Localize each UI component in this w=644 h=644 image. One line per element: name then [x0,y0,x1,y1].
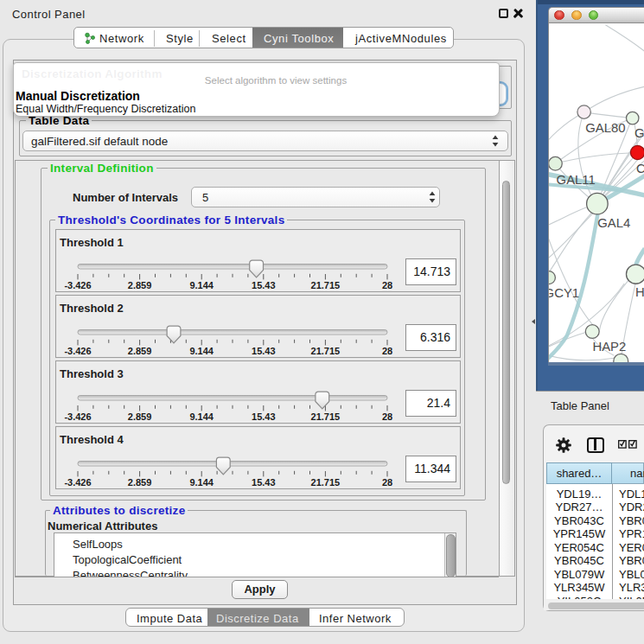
svg-text:GAL4: GAL4 [597,216,630,230]
svg-text:-3.426: -3.426 [64,411,91,422]
svg-text:GAL80: GAL80 [585,121,625,135]
svg-text:9.144: 9.144 [189,477,214,488]
svg-text:21.715: 21.715 [311,346,341,356]
svg-text:GCY1: GCY1 [548,286,579,300]
svg-text:15.43: 15.43 [252,346,276,356]
svg-text:H: H [635,285,644,299]
svg-text:-3.426: -3.426 [64,477,91,488]
svg-text:2.859: 2.859 [128,477,152,488]
svg-text:28: 28 [382,477,392,488]
svg-text:9.144: 9.144 [189,411,214,422]
svg-text:15.43: 15.43 [252,280,276,290]
svg-text:-3.426: -3.426 [64,346,91,356]
svg-text:GAL11: GAL11 [557,173,596,187]
svg-text:21.715: 21.715 [311,477,341,488]
svg-text:21.715: 21.715 [311,411,341,422]
svg-text:2.859: 2.859 [128,411,152,422]
svg-text:15.43: 15.43 [252,411,276,422]
svg-text:2.859: 2.859 [128,346,152,356]
svg-text:G.: G. [634,126,644,140]
svg-text:2.859: 2.859 [128,280,152,290]
svg-text:21.715: 21.715 [311,280,341,290]
svg-text:C: C [636,162,644,175]
svg-text:HAP2: HAP2 [592,340,626,354]
svg-text:15.43: 15.43 [252,477,276,488]
svg-text:9.144: 9.144 [189,280,214,290]
svg-text:28: 28 [382,411,392,422]
svg-text:9.144: 9.144 [189,346,214,356]
svg-text:28: 28 [382,280,392,290]
svg-text:28: 28 [382,346,392,356]
svg-text:-3.426: -3.426 [64,280,91,290]
